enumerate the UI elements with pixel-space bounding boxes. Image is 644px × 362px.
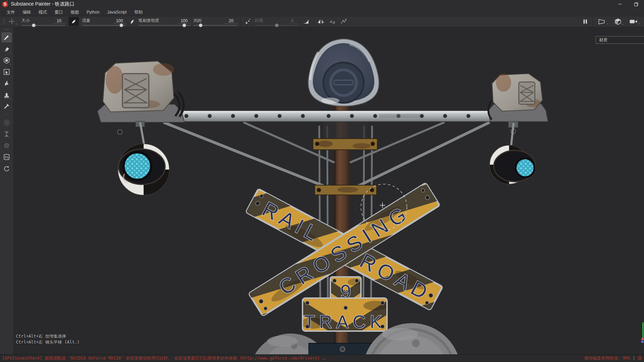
shader-settings-icon[interactable]: ⌄ <box>614 18 625 26</box>
camera-settings-icon[interactable]: ⌄ <box>629 18 641 25</box>
minimize-button[interactable] <box>612 0 628 8</box>
toolbar-separator <box>313 17 314 26</box>
menu-window[interactable]: 窗口 <box>51 9 67 16</box>
toolbar-drag-handle[interactable] <box>3 18 5 25</box>
spacing-track[interactable] <box>194 25 238 26</box>
eraser-tool[interactable]: ⌄ <box>1 44 12 54</box>
spacing-label: 间距 <box>194 18 202 24</box>
opacity-slider-knob[interactable] <box>183 24 186 27</box>
substance-painter-logo-icon: S <box>2 1 8 7</box>
material-tab-label: 材质 <box>599 37 607 43</box>
opacity-slider: 笔刷透明度 100 <box>138 18 191 26</box>
svg-text:Ps: Ps <box>5 155 8 159</box>
size-value[interactable]: 10 <box>53 19 65 24</box>
scatter-icon[interactable] <box>244 18 252 25</box>
falloff-curve-icon[interactable] <box>302 18 310 25</box>
lazy-mouse-icon[interactable] <box>340 18 348 25</box>
flow-track[interactable] <box>82 25 126 26</box>
symmetry-icon[interactable] <box>317 18 325 25</box>
substance-source[interactable]: S <box>1 117 12 127</box>
gpu-warning-message: [GPUIssuesCheck] 图形适配器 'NVIDIA GeForce M… <box>2 355 325 361</box>
bakers[interactable] <box>1 129 12 139</box>
brush-tip-2-icon[interactable] <box>129 18 135 25</box>
scene-render: RAIL ROAD CROSSING <box>13 27 644 354</box>
brush-tip-icon[interactable] <box>69 17 79 26</box>
flow-label: 流量 <box>82 18 90 24</box>
distance-slider: 距离 8 <box>255 18 299 26</box>
menu-help[interactable]: 帮助 <box>130 9 146 16</box>
menu-edit[interactable]: 编辑 <box>19 9 35 16</box>
material-panel-tab[interactable]: 材质 <box>596 36 644 44</box>
svg-text:S: S <box>6 144 8 147</box>
shortcut-hint-line2: Ctrl+Alt+左 镜头平移 (Alt.) <box>16 339 80 345</box>
brush-toolbar: ⌄ 大小 10 流量 100 笔刷透明度 100 间距 20 <box>0 16 644 27</box>
menu-javascript[interactable]: JavaScript <box>103 9 130 15</box>
opacity-label: 笔刷透明度 <box>138 18 159 24</box>
smudge-tool[interactable] <box>1 78 12 88</box>
menubar: 文件 编辑 模式 窗口 视图 Python JavaScript 帮助 <box>0 8 644 16</box>
toolbar-separator <box>241 17 241 26</box>
spacing-slider: 间距 20 <box>194 18 238 26</box>
shortcut-hint-line1: Ctrl+Alt+右 纹理集选择 <box>16 334 80 339</box>
opacity-value[interactable]: 100 <box>178 19 191 24</box>
rail-divider <box>4 114 9 115</box>
viewport-3d[interactable]: RAIL ROAD CROSSING <box>13 27 644 354</box>
menu-python[interactable]: Python <box>83 9 103 15</box>
flow-slider: 流量 100 <box>82 18 126 26</box>
symmetry-settings-icon[interactable] <box>328 18 337 25</box>
window-title: Substance Painter - 铁道路口 <box>11 1 74 7</box>
color-picker-tool[interactable] <box>1 101 12 111</box>
rail-drag-handle[interactable] <box>4 28 9 30</box>
size-track[interactable] <box>22 25 65 26</box>
spacing-slider-knob[interactable] <box>199 24 202 27</box>
photoshop-plugin[interactable]: Ps <box>1 152 12 162</box>
titlebar: S Substance Painter - 铁道路口 <box>0 0 644 8</box>
cache-usage: 缓存磁盘使用情况: 99% | 版 <box>584 355 642 361</box>
polygon-fill-tool[interactable] <box>1 67 12 77</box>
pause-icon[interactable] <box>582 18 588 25</box>
paint-tool[interactable]: ⌄ <box>1 32 12 42</box>
status-divider: | <box>633 356 635 361</box>
size-label: 大小 <box>22 18 30 24</box>
shortcut-hints-overlay: Ctrl+Alt+右 纹理集选择 Ctrl+Alt+左 镜头平移 (Alt.) <box>16 334 80 345</box>
distance-value: 8 <box>286 19 299 24</box>
svg-text:TRACK: TRACK <box>304 312 386 332</box>
substance-painter-window: S Substance Painter - 铁道路口 文件 编辑 模式 窗口 视… <box>0 0 644 362</box>
restore-button[interactable] <box>628 0 644 8</box>
distance-slider-knob <box>275 24 279 27</box>
distance-track <box>255 25 299 26</box>
alignment-crosshair-icon[interactable]: ⌄ <box>8 18 18 25</box>
resources-updater[interactable] <box>1 163 12 173</box>
svg-text:S: S <box>6 121 8 124</box>
size-slider-knob[interactable] <box>32 24 35 27</box>
flow-value[interactable]: 100 <box>113 19 126 24</box>
statusbar: [GPUIssuesCheck] 图形适配器 'NVIDIA GeForce M… <box>0 354 644 362</box>
projection-tool[interactable]: ⌄ <box>1 55 12 65</box>
size-slider: 大小 10 <box>22 18 65 26</box>
opacity-track[interactable] <box>138 25 191 26</box>
cache-usage-value: 99% <box>623 356 630 361</box>
cache-usage-label: 缓存磁盘使用情况: <box>584 356 620 361</box>
clone-tool[interactable]: ⌄ <box>1 90 12 100</box>
toolbar-separator <box>593 17 593 26</box>
menu-mode[interactable]: 模式 <box>35 9 51 16</box>
display-settings-icon[interactable]: ⌄ <box>597 18 610 25</box>
flow-slider-knob[interactable] <box>120 24 123 27</box>
menu-viewport[interactable]: 视图 <box>67 9 83 16</box>
navigation-gizmo[interactable] <box>641 322 644 344</box>
menu-file[interactable]: 文件 <box>3 9 19 16</box>
distance-label: 距离 <box>255 18 263 24</box>
export-textures[interactable]: S <box>1 140 12 150</box>
tools-rail: ⌄ ⌄ ⌄ ⌄ S <box>0 27 13 354</box>
spacing-value[interactable]: 20 <box>225 19 238 24</box>
cache-usage-suffix: 版 <box>638 356 642 361</box>
